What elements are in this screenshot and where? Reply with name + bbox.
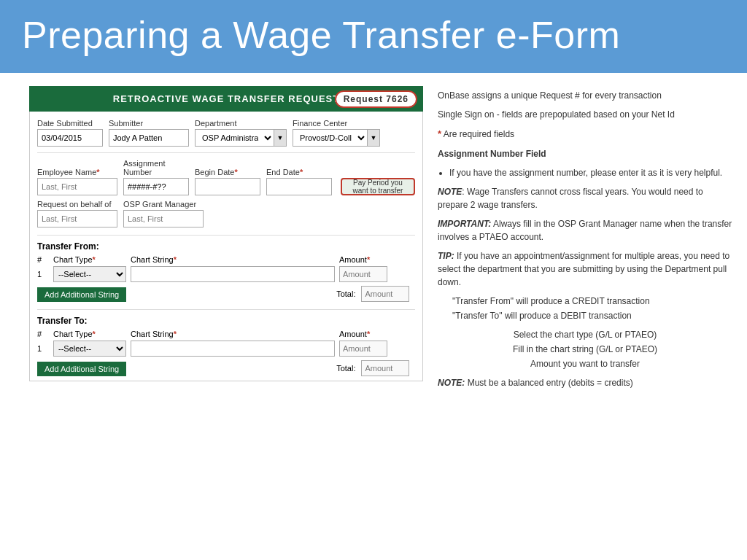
note3-text: Must be a balanced entry (debits = credi… — [465, 378, 632, 388]
finance-center-select[interactable]: Provost/D-Coll Fin C — [293, 129, 367, 147]
osp-field: OSP Grant Manager — [123, 200, 204, 228]
page-header: Preparing a Wage Transfer e-Form — [0, 0, 747, 73]
annotation-required: * Are required fields — [438, 127, 732, 141]
debit-line: "Transfer To" will produce a DEBIT trans… — [452, 309, 732, 322]
note1-bold: NOTE — [438, 187, 462, 197]
tip: TIP: If you have an appointment/assignme… — [438, 249, 732, 289]
date-submitted-input[interactable] — [37, 129, 103, 147]
osp-label: OSP Grant Manager — [123, 200, 204, 209]
credit-debit-lines: "Transfer From" will produce a CREDIT tr… — [452, 295, 732, 322]
form-body: Date Submitted Submitter Department OSP … — [29, 112, 423, 381]
col-amount-label-from: Amount* — [339, 255, 387, 264]
transfer-to-row-1: 1 --Select-- — [37, 341, 415, 357]
transfer-to-total-label: Total: — [336, 364, 355, 373]
date-submitted-field: Date Submitted — [37, 119, 103, 147]
request-badge: Request 7626 — [335, 90, 417, 108]
note1-text: : Wage Transfers cannot cross fiscal yea… — [438, 187, 703, 210]
begin-date-field: Begin Date* — [195, 168, 260, 195]
col-num-label-to: # — [37, 330, 49, 338]
date-submitted-label: Date Submitted — [37, 119, 103, 128]
submitter-field: Submitter — [109, 119, 189, 147]
transfer-from-add-button[interactable]: Add Additional String — [37, 287, 126, 302]
transfer-to-chart-select[interactable]: --Select-- — [53, 341, 126, 357]
col-chart-string-label-to: Chart String* — [131, 330, 335, 338]
transfer-to-total-input[interactable] — [361, 360, 409, 376]
col-chart-string-label-from: Chart String* — [131, 255, 335, 264]
chart-inst2: Fill in the chart string (G/L or PTAEO) — [438, 343, 732, 356]
transfer-from-row-num: 1 — [37, 270, 49, 279]
form-header: RETROACTIVE WAGE TRANSFER REQUEST Reques… — [29, 86, 423, 112]
department-field: Department OSP Administration ▼ — [195, 119, 287, 147]
pay-period-note: Pay Period you want to transfer — [341, 178, 415, 195]
annotation-line2: Single Sign on - fields are prepopulated… — [438, 108, 732, 121]
chart-inst1: Select the chart type (G/L or PTAEO) — [438, 328, 732, 341]
note2: IMPORTANT: Always fill in the OSP Grant … — [438, 217, 732, 244]
employee-name-input[interactable] — [37, 178, 117, 195]
begin-date-input[interactable] — [195, 178, 260, 195]
transfer-to-section: Transfer To: # Chart Type* Chart String*… — [37, 316, 415, 376]
form-row-1: Date Submitted Submitter Department OSP … — [37, 119, 415, 147]
transfer-to-total-row: Add Additional String Total: — [37, 359, 415, 376]
col-amount-label-to: Amount* — [339, 330, 387, 338]
chart-inst3: Amount you want to transfer — [438, 357, 732, 370]
annotation-line1: OnBase assigns a unique Request # for ev… — [438, 89, 732, 102]
submitter-label: Submitter — [109, 119, 189, 128]
transfer-to-add-button[interactable]: Add Additional String — [37, 362, 126, 376]
department-select[interactable]: OSP Administration — [195, 129, 274, 147]
col-num-label-from: # — [37, 255, 49, 264]
transfer-to-row-num: 1 — [37, 344, 49, 353]
osp-input[interactable] — [123, 210, 204, 228]
finance-center-field: Finance Center Provost/D-Coll Fin C ▼ — [293, 119, 380, 147]
behalf-input[interactable] — [37, 210, 117, 228]
tip-text: If you have an appointment/assignment fo… — [438, 251, 729, 287]
col-chart-type-label-from: Chart Type* — [53, 255, 126, 264]
assignment-bullet: If you have the assignment number, pleas… — [449, 166, 732, 179]
end-date-label: End Date* — [266, 168, 332, 176]
transfer-from-chart-string-input[interactable] — [131, 266, 335, 282]
transfer-from-header: # Chart Type* Chart String* Amount* — [37, 255, 415, 264]
required-text: Are required fields — [444, 129, 514, 139]
department-select-wrapper: OSP Administration ▼ — [195, 129, 287, 147]
end-date-input[interactable] — [266, 178, 332, 195]
transfer-to-chart-string-input[interactable] — [131, 341, 335, 357]
behalf-field: Request on behalf of — [37, 200, 117, 228]
transfer-from-row-1: 1 --Select-- — [37, 266, 415, 282]
tip-bold: TIP: — [438, 251, 454, 261]
note1: NOTE: Wage Transfers cannot cross fiscal… — [438, 185, 732, 211]
content-area: RETROACTIVE WAGE TRANSFER REQUEST Reques… — [0, 73, 747, 402]
employee-name-label: Employee Name* — [37, 168, 117, 176]
transfer-to-amount-input[interactable] — [339, 341, 387, 357]
finance-dropdown-arrow[interactable]: ▼ — [367, 129, 380, 147]
transfer-from-section: Transfer From: # Chart Type* Chart Strin… — [37, 241, 415, 302]
note3: NOTE: Must be a balanced entry (debits =… — [438, 376, 732, 389]
assignment-number-input[interactable] — [123, 178, 189, 195]
required-asterisk: * — [438, 128, 441, 139]
transfer-to-title: Transfer To: — [37, 316, 415, 326]
department-label: Department — [195, 119, 287, 128]
finance-center-label: Finance Center — [293, 119, 380, 128]
form-row-3: Request on behalf of OSP Grant Manager — [37, 200, 415, 228]
finance-select-wrapper: Provost/D-Coll Fin C ▼ — [293, 129, 380, 147]
transfer-from-total-label: Total: — [336, 289, 355, 298]
transfer-from-total-row: Add Additional String Total: — [37, 285, 415, 302]
transfer-to-header: # Chart Type* Chart String* Amount* — [37, 330, 415, 338]
transfer-from-total-input[interactable] — [361, 286, 409, 302]
behalf-label: Request on behalf of — [37, 200, 117, 209]
assignment-title: Assignment Number Field — [438, 147, 732, 160]
assignment-list: If you have the assignment number, pleas… — [449, 166, 732, 179]
transfer-from-amount-input[interactable] — [339, 266, 387, 282]
department-dropdown-arrow[interactable]: ▼ — [274, 129, 287, 147]
employee-name-field: Employee Name* — [37, 168, 117, 195]
transfer-from-chart-select[interactable]: --Select-- — [53, 266, 126, 282]
transfer-from-title: Transfer From: — [37, 241, 415, 252]
page-title: Preparing a Wage Transfer e-Form — [22, 13, 725, 57]
col-chart-type-label-to: Chart Type* — [53, 330, 126, 338]
credit-line: "Transfer From" will produce a CREDIT tr… — [452, 295, 732, 308]
note3-bold: NOTE: — [438, 378, 465, 388]
end-date-field: End Date* — [266, 168, 332, 195]
begin-date-label: Begin Date* — [195, 168, 260, 176]
form-row-2: Employee Name* Assignment Number Begin D… — [37, 159, 415, 195]
submitter-input[interactable] — [109, 129, 189, 147]
chart-instructions: Select the chart type (G/L or PTAEO) Fil… — [438, 328, 732, 370]
assignment-number-field: Assignment Number — [123, 159, 189, 195]
